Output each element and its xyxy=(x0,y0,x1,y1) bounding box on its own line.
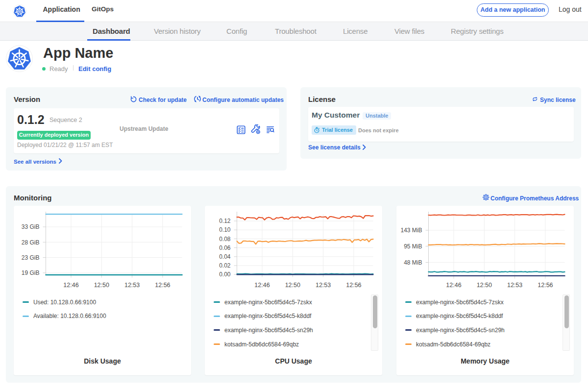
svg-text:12:46: 12:46 xyxy=(446,282,461,289)
svg-text:0.06: 0.06 xyxy=(219,244,231,251)
svg-text:95 MiB: 95 MiB xyxy=(404,243,422,250)
svg-text:12:56: 12:56 xyxy=(155,282,170,289)
svg-text:12:50: 12:50 xyxy=(94,282,109,289)
svg-text:0.02: 0.02 xyxy=(219,262,231,269)
svg-text:12:46: 12:46 xyxy=(63,282,78,289)
svg-text:12:56: 12:56 xyxy=(346,282,361,289)
svg-text:12:50: 12:50 xyxy=(477,282,492,289)
svg-text:0.10: 0.10 xyxy=(219,226,231,233)
svg-text:12:46: 12:46 xyxy=(254,282,270,289)
svg-text:143 MiB: 143 MiB xyxy=(400,227,422,234)
svg-text:12:53: 12:53 xyxy=(316,282,331,289)
svg-text:12:53: 12:53 xyxy=(124,282,140,289)
svg-text:19 GiB: 19 GiB xyxy=(22,269,40,276)
svg-text:28 GiB: 28 GiB xyxy=(22,239,40,246)
svg-text:33 GiB: 33 GiB xyxy=(22,223,40,230)
svg-text:0.00: 0.00 xyxy=(219,271,231,278)
svg-text:23 GiB: 23 GiB xyxy=(22,254,40,261)
svg-text:12:50: 12:50 xyxy=(285,282,300,289)
svg-text:12:53: 12:53 xyxy=(507,282,522,289)
svg-text:0.08: 0.08 xyxy=(219,236,231,243)
svg-text:12:56: 12:56 xyxy=(538,282,553,289)
svg-text:48 MiB: 48 MiB xyxy=(404,259,422,266)
svg-text:0.12: 0.12 xyxy=(219,218,231,224)
svg-text:0.04: 0.04 xyxy=(219,253,231,260)
